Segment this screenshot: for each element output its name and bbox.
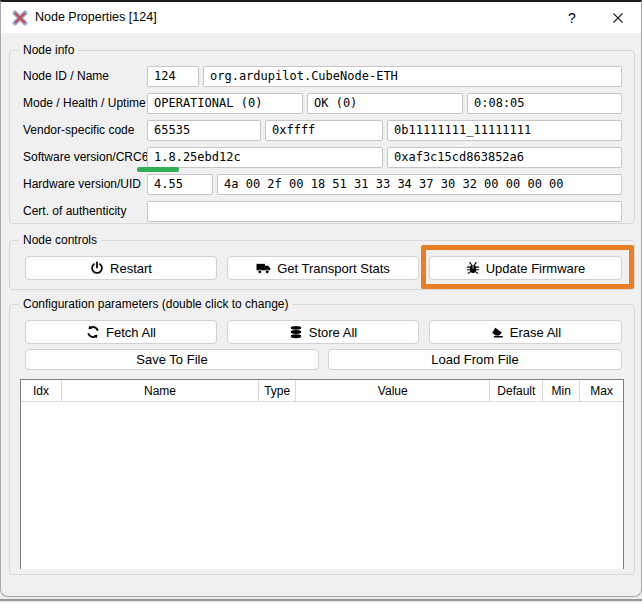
button-label: Save To File [136, 352, 207, 367]
software-crc64-field[interactable]: 0xaf3c15cd863852a6 [387, 147, 622, 168]
node-id-name-label: Node ID / Name [23, 66, 109, 87]
truck-icon [256, 262, 271, 275]
config-params-group-label: Configuration parameters (double click t… [19, 297, 292, 311]
node-controls-group-label: Node controls [19, 233, 101, 247]
window-title: Node Properties [124] [35, 2, 157, 33]
bug-icon [466, 261, 480, 275]
column-header-name[interactable]: Name [62, 380, 259, 401]
mode-health-uptime-label: Mode / Health / Uptime [23, 93, 146, 114]
power-icon [90, 261, 104, 275]
parameters-table-body [21, 402, 623, 569]
button-label: Store All [309, 325, 357, 340]
close-button[interactable] [594, 2, 641, 33]
button-label: Erase All [510, 325, 561, 340]
software-version-field[interactable]: 1.8.25ebd12c [147, 147, 383, 168]
cert-authenticity-label: Cert. of authenticity [23, 201, 126, 222]
save-to-file-button[interactable]: Save To File [25, 349, 319, 370]
fetch-all-button[interactable]: Fetch All [25, 320, 217, 344]
button-label: Load From File [431, 352, 518, 367]
button-label: Restart [110, 261, 152, 276]
erase-all-button[interactable]: Erase All [429, 320, 622, 344]
hardware-version-label: Hardware version/UID [23, 174, 141, 195]
uptime-field[interactable]: 0:08:05 [467, 93, 622, 114]
button-label: Get Transport Stats [277, 261, 390, 276]
hardware-version-field[interactable]: 4.55 [147, 174, 213, 195]
column-header-idx[interactable]: Idx [21, 380, 62, 401]
vendor-code-bin-field[interactable]: 0b11111111_11111111 [387, 120, 622, 141]
column-header-default[interactable]: Default [490, 380, 543, 401]
load-from-file-button[interactable]: Load From File [328, 349, 622, 370]
parameters-table-header: Idx Name Type Value Default Min Max [21, 380, 623, 402]
node-info-group-label: Node info [19, 43, 78, 57]
column-header-max[interactable]: Max [580, 380, 623, 401]
hardware-uid-field[interactable]: 4a 00 2f 00 18 51 31 33 34 37 30 32 00 0… [217, 174, 622, 195]
column-header-value[interactable]: Value [296, 380, 490, 401]
background-window-edge [0, 599, 642, 601]
node-name-field[interactable]: org.ardupilot.CubeNode-ETH [203, 66, 622, 87]
node-id-field[interactable]: 124 [147, 66, 199, 87]
update-firmware-button[interactable]: Update Firmware [429, 256, 622, 280]
cert-authenticity-field[interactable] [147, 201, 622, 222]
uavcan-x-icon [12, 10, 28, 26]
store-all-button[interactable]: Store All [227, 320, 419, 344]
vendor-code-hex-field[interactable]: 0xffff [265, 120, 383, 141]
close-icon [612, 12, 624, 24]
column-header-type[interactable]: Type [259, 380, 296, 401]
column-header-min[interactable]: Min [543, 380, 580, 401]
node-properties-dialog: Node Properties [124] ? Node info Node I… [0, 0, 642, 597]
button-label: Fetch All [106, 325, 156, 340]
title-bar: Node Properties [124] ? [1, 2, 641, 33]
software-version-label: Software version/CRC64 [23, 147, 155, 168]
refresh-icon [86, 325, 100, 339]
eraser-icon [490, 325, 504, 339]
help-button[interactable]: ? [550, 2, 594, 33]
health-field[interactable]: OK (0) [307, 93, 463, 114]
get-transport-stats-button[interactable]: Get Transport Stats [227, 256, 419, 280]
database-icon [289, 325, 303, 339]
parameters-table: Idx Name Type Value Default Min Max [20, 379, 624, 569]
restart-button[interactable]: Restart [25, 256, 217, 280]
mode-field[interactable]: OPERATIONAL (0) [147, 93, 303, 114]
vendor-code-dec-field[interactable]: 65535 [147, 120, 261, 141]
button-label: Update Firmware [486, 261, 586, 276]
vendor-code-label: Vendor-specific code [23, 120, 134, 141]
